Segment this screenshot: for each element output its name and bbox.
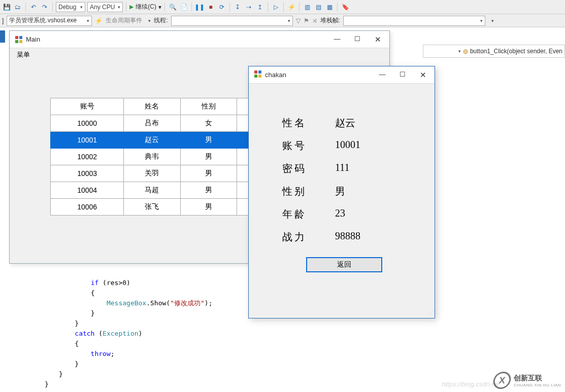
redo-icon[interactable]: ↷ bbox=[40, 3, 49, 12]
filter-icon[interactable]: ▽ bbox=[296, 17, 301, 24]
datagrid[interactable]: 账号 姓名 性别 10000吕布女10001赵云男10002典韦男10003关羽… bbox=[50, 98, 250, 216]
stack-combo[interactable]: ▾ bbox=[343, 16, 485, 26]
cell-gender[interactable]: 男 bbox=[180, 132, 237, 149]
resize-grip-icon[interactable]: ⋰ bbox=[428, 310, 433, 316]
code-editor[interactable]: if (res>0) { MessageBox.Show("修改成功"); } … bbox=[59, 278, 212, 389]
cell-id[interactable]: 10002 bbox=[51, 149, 124, 165]
process-label: ] bbox=[2, 17, 4, 24]
step-out-icon[interactable]: ↥ bbox=[255, 3, 264, 12]
header-row: 账号 姓名 性别 bbox=[51, 98, 250, 115]
step-into-icon[interactable]: ↧ bbox=[233, 3, 242, 12]
continue-icon[interactable]: ▶ bbox=[129, 4, 134, 10]
doc-tab-strip[interactable] bbox=[0, 30, 5, 43]
chakan-title: chakan bbox=[265, 71, 286, 79]
svg-rect-5 bbox=[258, 70, 261, 74]
main-title: Main bbox=[26, 35, 40, 43]
chakan-titlebar[interactable]: chakan — ☐ ✕ bbox=[249, 66, 435, 84]
cell-id[interactable]: 10003 bbox=[51, 165, 124, 182]
minimize-button[interactable]: — bbox=[330, 35, 344, 44]
cell-name[interactable]: 关羽 bbox=[124, 165, 180, 182]
table-row[interactable]: 10003关羽男 bbox=[51, 165, 250, 182]
thread-combo[interactable]: ▾ bbox=[171, 16, 293, 26]
method-icon: ◍ bbox=[463, 48, 468, 55]
tool-b-icon[interactable]: 📄 bbox=[179, 3, 188, 12]
svg-rect-3 bbox=[19, 40, 22, 43]
vs-toolbar-top: 💾 🗂 ↶ ↷ Debug▾ Any CPU▾ ▶ 继续(C) ▾ 🔍 📄 ❚❚… bbox=[0, 0, 565, 14]
svg-rect-6 bbox=[254, 75, 257, 78]
cell-name[interactable]: 赵云 bbox=[124, 132, 180, 149]
menu-bar: 菜单 bbox=[10, 48, 389, 61]
table-row[interactable]: 10001赵云男 bbox=[51, 132, 250, 149]
step-over-icon[interactable]: ⇢ bbox=[244, 3, 253, 12]
table-row[interactable]: 10006张飞男 bbox=[51, 199, 250, 216]
stop-icon[interactable]: ■ bbox=[206, 3, 215, 12]
tool-a-icon[interactable]: 🔍 bbox=[168, 3, 177, 12]
cell-gender[interactable]: 男 bbox=[180, 199, 237, 216]
maximize-button[interactable]: ☐ bbox=[396, 70, 409, 80]
platform-combo[interactable]: Any CPU▾ bbox=[87, 2, 123, 12]
table-row[interactable]: 10000吕布女 bbox=[51, 115, 250, 132]
save-icon[interactable]: 💾 bbox=[2, 3, 11, 12]
cell-gender[interactable]: 男 bbox=[180, 149, 237, 165]
restart-icon[interactable]: ⟳ bbox=[217, 3, 226, 12]
cell-id[interactable]: 10004 bbox=[51, 182, 124, 199]
lifecycle-label: 生命周期事件 bbox=[106, 16, 142, 25]
value-age: 23 bbox=[335, 207, 345, 221]
value-name: 赵云 bbox=[335, 116, 355, 130]
app-icon bbox=[15, 35, 23, 44]
table-row[interactable]: 10002典韦男 bbox=[51, 149, 250, 165]
member-dropdown[interactable]: ▾ ◍ button1_Click(object sender, Even bbox=[423, 45, 565, 58]
main-titlebar[interactable]: Main — ☐ ✕ bbox=[10, 31, 389, 48]
detail-panel: 性名赵云 账号10001 密码111 性别男 年龄23 战力98888 返回 bbox=[249, 84, 435, 272]
thread-label: 线程: bbox=[154, 16, 168, 25]
swap-icon[interactable]: ⤭ bbox=[312, 17, 317, 24]
flag-icon[interactable]: ⚑ bbox=[304, 17, 309, 24]
cell-gender[interactable]: 男 bbox=[180, 165, 237, 182]
svg-rect-4 bbox=[254, 70, 257, 74]
undo-icon[interactable]: ↶ bbox=[29, 3, 38, 12]
minimize-button[interactable]: — bbox=[376, 70, 389, 80]
value-id: 10001 bbox=[335, 139, 360, 153]
label-name: 性名 bbox=[282, 116, 315, 130]
label-pwd: 密码 bbox=[282, 162, 315, 175]
cell-name[interactable]: 典韦 bbox=[124, 149, 180, 165]
value-pwd: 111 bbox=[335, 162, 350, 175]
col-gender[interactable]: 性别 bbox=[180, 98, 237, 115]
continue-label[interactable]: 继续(C) bbox=[136, 3, 156, 11]
back-button[interactable]: 返回 bbox=[306, 257, 382, 272]
cursor-icon[interactable]: ▷ bbox=[271, 3, 280, 12]
svg-rect-0 bbox=[15, 36, 18, 39]
lifecycle-icon[interactable]: ⚡ bbox=[95, 17, 103, 24]
stack-label: 堆栈帧: bbox=[320, 16, 340, 25]
label-gender: 性别 bbox=[282, 185, 315, 198]
config-combo[interactable]: Debug▾ bbox=[56, 2, 85, 12]
pause-icon[interactable]: ❚❚ bbox=[195, 3, 204, 12]
process-combo[interactable]: 学员管理系统.vshost.exe▾ bbox=[7, 16, 92, 26]
cell-id[interactable]: 10000 bbox=[51, 115, 124, 132]
cell-id[interactable]: 10006 bbox=[51, 199, 124, 216]
col-name[interactable]: 姓名 bbox=[124, 98, 180, 115]
save-all-icon[interactable]: 🗂 bbox=[13, 3, 22, 12]
window-chakan: chakan — ☐ ✕ 性名赵云 账号10001 密码111 性别男 年龄23… bbox=[248, 66, 435, 318]
label-age: 年龄 bbox=[282, 207, 315, 221]
maximize-button[interactable]: ☐ bbox=[351, 35, 364, 44]
cell-gender[interactable]: 男 bbox=[180, 182, 237, 199]
svg-rect-7 bbox=[258, 75, 261, 78]
vs-toolbar-debug: ] 学员管理系统.vshost.exe▾ ⚡ 生命周期事件▾ 线程: ▾ ▽ ⚑… bbox=[0, 14, 565, 27]
cell-name[interactable]: 吕布 bbox=[124, 115, 180, 132]
cell-id[interactable]: 10001 bbox=[51, 132, 124, 149]
label-power: 战力 bbox=[282, 230, 315, 244]
cell-gender[interactable]: 女 bbox=[180, 115, 237, 132]
misc2-icon[interactable]: ▤ bbox=[314, 3, 323, 12]
cell-name[interactable]: 马超 bbox=[124, 182, 180, 199]
cell-name[interactable]: 张飞 bbox=[124, 199, 180, 216]
misc4-icon[interactable]: 🔖 bbox=[341, 3, 350, 12]
misc1-icon[interactable]: ▥ bbox=[303, 3, 312, 12]
table-row[interactable]: 10004马超男 bbox=[51, 182, 250, 199]
close-button[interactable]: ✕ bbox=[416, 70, 429, 80]
close-button[interactable]: ✕ bbox=[371, 35, 384, 44]
lightbulb-icon[interactable]: ⚡ bbox=[287, 3, 296, 12]
col-id[interactable]: 账号 bbox=[51, 98, 124, 115]
misc3-icon[interactable]: ▦ bbox=[325, 3, 334, 12]
menu-item[interactable]: 菜单 bbox=[14, 49, 33, 60]
